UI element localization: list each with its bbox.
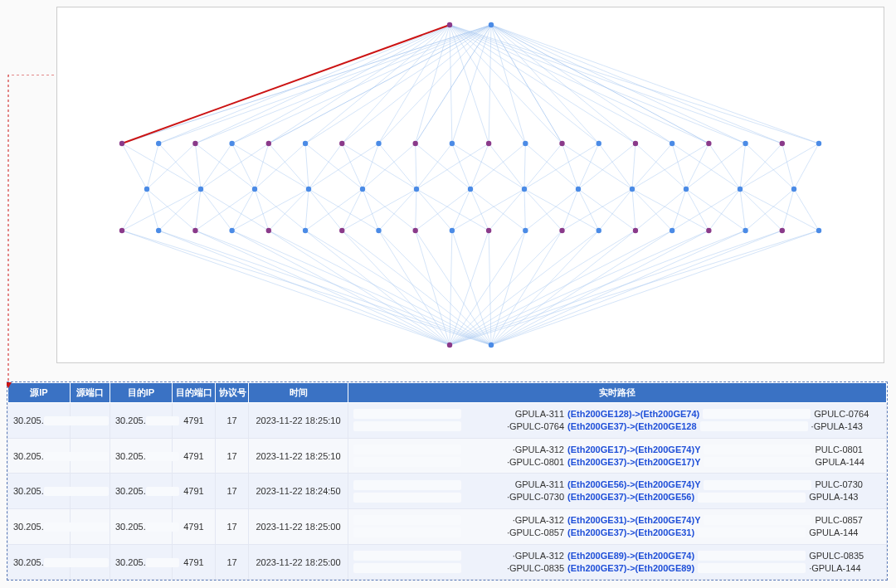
layer3-node-3[interactable] (306, 187, 311, 192)
layer4-node-3[interactable] (229, 228, 234, 233)
layer4-node-8[interactable] (412, 228, 417, 233)
masked-segment (146, 558, 179, 567)
layer4-node-5[interactable] (303, 228, 308, 233)
layer4-node-15[interactable] (670, 228, 674, 233)
topology-edge (305, 189, 309, 231)
layer2-node-19[interactable] (816, 141, 821, 146)
topology-edge (524, 189, 525, 231)
topology-edge (305, 231, 450, 345)
topology-edge (491, 231, 709, 345)
layer4-node-19[interactable] (816, 228, 821, 233)
layer2-node-4[interactable] (266, 141, 271, 146)
rt-mid: (Eth200GE31)->(Eth200GE74)Y (567, 514, 700, 527)
layer4-node-2[interactable] (192, 228, 197, 233)
layer2-node-12[interactable] (559, 141, 564, 146)
src-ip: 30.205. (8, 403, 71, 439)
layer2-node-8[interactable] (412, 141, 417, 146)
topology-edge (470, 189, 489, 231)
layer3-node-9[interactable] (630, 187, 635, 192)
top-node-0[interactable] (447, 22, 452, 27)
layer4-node-12[interactable] (559, 228, 564, 233)
col-time: 时间 (249, 383, 348, 403)
layer2-node-2[interactable] (192, 141, 197, 146)
layer2-node-13[interactable] (597, 141, 601, 146)
masked-segment (353, 515, 461, 525)
layer3-node-0[interactable] (144, 187, 149, 192)
layer2-node-10[interactable] (486, 141, 491, 146)
layer2-node-9[interactable] (450, 141, 455, 146)
layer4-node-11[interactable] (523, 228, 528, 233)
layer2-node-14[interactable] (633, 141, 638, 146)
layer2-node-18[interactable] (780, 141, 785, 146)
layer4-node-0[interactable] (119, 228, 124, 233)
src-port (71, 403, 110, 439)
masked-segment (44, 416, 77, 425)
masked-segment (146, 452, 179, 461)
topology-edge (195, 25, 450, 143)
masked-segment (75, 487, 109, 496)
table-row[interactable]: 30.205.30.205.4791172023-11-22 18:25:00·… (8, 544, 887, 580)
topology-edge (709, 143, 740, 189)
layer4-node-14[interactable] (633, 228, 638, 233)
layer3-node-12[interactable] (791, 187, 796, 192)
layer2-node-11[interactable] (523, 141, 528, 146)
layer4-node-13[interactable] (597, 228, 601, 233)
layer2-node-5[interactable] (303, 141, 308, 146)
layer2-node-1[interactable] (156, 141, 161, 146)
topology-edge (416, 143, 416, 189)
src-port (71, 438, 110, 474)
layer4-node-4[interactable] (266, 228, 271, 233)
layer3-node-4[interactable] (360, 187, 365, 192)
masked-segment (44, 487, 77, 496)
layer2-node-15[interactable] (670, 141, 674, 146)
topology-edge (491, 231, 635, 345)
layer3-node-5[interactable] (414, 187, 419, 192)
layer2-node-6[interactable] (339, 141, 344, 146)
layer3-node-7[interactable] (522, 187, 527, 192)
top-node-1[interactable] (489, 22, 494, 27)
layer4-node-9[interactable] (450, 228, 455, 233)
layer2-node-3[interactable] (229, 141, 234, 146)
table-row[interactable]: 30.205.30.205.4791172023-11-22 18:25:00·… (8, 509, 887, 545)
topology-edge (416, 189, 489, 231)
topology-svg (97, 15, 844, 355)
layer3-node-2[interactable] (252, 187, 257, 192)
layer4-node-7[interactable] (376, 228, 381, 233)
col-src-ip: 源IP (8, 383, 71, 403)
dst-ip: 30.205. (110, 544, 173, 580)
layer3-node-6[interactable] (468, 187, 473, 192)
rt-suffix: PULC-0857 (815, 514, 877, 527)
topology-edge (709, 189, 740, 231)
bottom-node-1[interactable] (489, 343, 494, 347)
layer3-node-8[interactable] (576, 187, 581, 192)
topology-edge (122, 231, 491, 345)
layer3-node-1[interactable] (198, 187, 203, 192)
layer4-node-18[interactable] (780, 228, 785, 233)
topology-edge (147, 143, 158, 189)
table-row[interactable]: 30.205.30.205.4791172023-11-22 18:25:10G… (8, 403, 887, 439)
topology-edge (740, 143, 819, 189)
layer4-node-10[interactable] (486, 228, 491, 233)
layer2-node-7[interactable] (376, 141, 381, 146)
bottom-node-0[interactable] (447, 343, 452, 347)
table-row[interactable]: 30.205.30.205.4791172023-11-22 18:24:50G… (8, 474, 887, 509)
topology-edge (416, 25, 450, 143)
topology-edge (632, 189, 635, 231)
layer2-node-0[interactable] (119, 141, 124, 146)
layer3-node-11[interactable] (738, 187, 743, 192)
masked-segment (75, 452, 109, 461)
layer4-node-17[interactable] (743, 228, 747, 233)
layer3-node-10[interactable] (684, 187, 689, 192)
topology-edge (746, 143, 794, 189)
layer4-node-16[interactable] (706, 228, 711, 233)
layer4-node-6[interactable] (339, 228, 344, 233)
topology-edge (578, 143, 635, 189)
rt-suffix: GPULC-0764 (814, 408, 876, 420)
layer2-node-17[interactable] (743, 141, 747, 146)
rt-prefix: ·GPULC-0730 (465, 491, 564, 503)
table-row[interactable]: 30.205.30.205.4791172023-11-22 18:25:10·… (8, 438, 887, 474)
masked-segment (353, 493, 461, 503)
topology-edge (201, 189, 269, 231)
layer4-node-1[interactable] (156, 228, 161, 233)
layer2-node-16[interactable] (706, 141, 711, 146)
